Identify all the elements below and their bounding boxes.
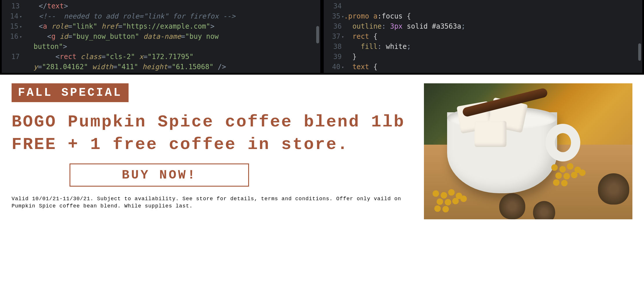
code-editors-row: 131415161718 </text> <!-- needed to add …: [0, 0, 644, 75]
css-editor-panel[interactable]: 3435363738394041 .promo a:focus { outlin…: [324, 0, 642, 73]
berries-icon: [433, 190, 479, 219]
css-code[interactable]: .promo a:focus { outline: 3px solid #a35…: [344, 0, 642, 73]
scrollbar-vertical[interactable]: [638, 43, 641, 61]
promo-image: [424, 83, 632, 219]
promo-badge: FALL SPECIAL: [12, 83, 129, 102]
html-editor-panel[interactable]: 131415161718 </text> <!-- needed to add …: [2, 0, 320, 73]
pinecone-icon: [499, 193, 525, 219]
html-code[interactable]: </text> <!-- needed to add role="link" f…: [22, 0, 320, 73]
css-gutter: 3435363738394041: [324, 0, 344, 73]
promo-text-column: FALL SPECIAL BOGO Pumpkin Spice coffee b…: [12, 83, 407, 219]
promo-preview: FALL SPECIAL BOGO Pumpkin Spice coffee b…: [0, 75, 644, 225]
marshmallow-icon: [475, 121, 506, 147]
buy-now-button[interactable]: BUY NOW!: [69, 163, 249, 187]
scrollbar-vertical[interactable]: [316, 26, 319, 43]
html-gutter: 131415161718: [2, 0, 22, 73]
promo-headline: BOGO Pumpkin Spice coffee blend 1lb FREE…: [12, 111, 407, 156]
berries-icon: [551, 164, 598, 193]
promo-fineprint: Valid 10/01/21-11/30/21. Subject to avai…: [12, 195, 407, 210]
pinecone-icon: [598, 173, 629, 205]
